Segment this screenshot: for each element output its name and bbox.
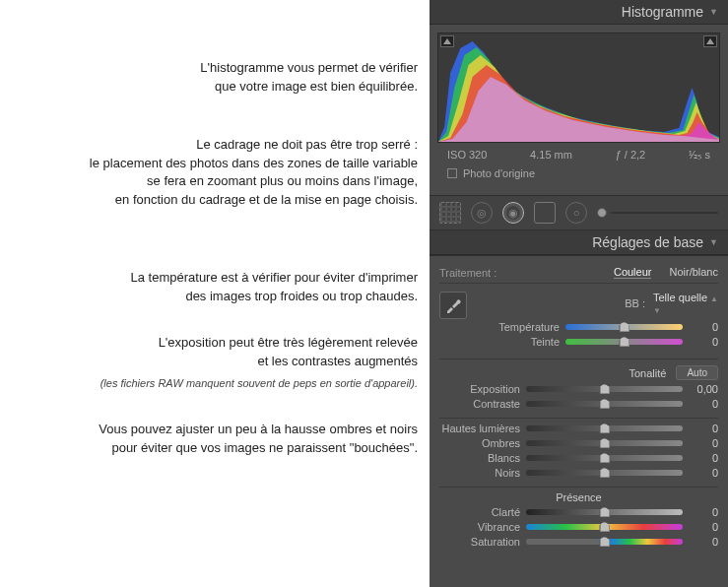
treatment-bw[interactable]: Noir/blanc [669, 266, 718, 279]
original-photo-row[interactable]: Photo d'origine [437, 163, 720, 187]
wb-label: BB : [625, 297, 645, 309]
treatment-color[interactable]: Couleur [614, 266, 652, 279]
histogram-display[interactable] [437, 33, 720, 143]
whites-slider[interactable]: Blancs 0 [439, 452, 718, 464]
lightroom-panel: Histogramme ▼ ISO 320 4.15 mm ƒ / 2,2 ¹⁄… [430, 0, 728, 587]
checkbox-icon[interactable] [447, 168, 457, 178]
highlights-slider[interactable]: Hautes lumières 0 [439, 423, 718, 434]
note-shadows: Vous pouvez ajuster un peu à la hausse o… [12, 421, 418, 458]
contrast-slider[interactable]: Contraste 0 [439, 398, 718, 410]
note-crop: Le cadrage ne doit pas être trop serré :… [12, 136, 418, 210]
vibrance-slider[interactable]: Vibrance 0 [439, 521, 718, 533]
eyedropper-icon [444, 296, 462, 314]
auto-tone-button[interactable]: Auto [676, 365, 718, 380]
temperature-slider[interactable]: Température 0 [479, 321, 718, 333]
treatment-row: Traitement : Couleur Noir/blanc [439, 262, 718, 284]
original-photo-label: Photo d'origine [463, 167, 535, 179]
shadows-slider[interactable]: Ombres 0 [439, 437, 718, 449]
exposure-slider[interactable]: Exposition 0,00 [439, 383, 718, 395]
tool-strip: ◎ ◉ ○ [430, 195, 728, 230]
blacks-slider[interactable]: Noirs 0 [439, 467, 718, 479]
note-exposure-em: (les fichiers RAW manquent souvent de pe… [12, 374, 418, 393]
whitebalance-eyedropper[interactable] [439, 292, 467, 319]
basic-title: Réglages de base [592, 234, 703, 250]
note-exposure: L'exposition peut être très légèrement r… [12, 334, 418, 371]
presence-title: Présence [439, 491, 718, 503]
basic-header[interactable]: Réglages de base ▼ [430, 230, 728, 255]
shadow-clipping-indicator[interactable] [440, 35, 454, 47]
exif-iso: ISO 320 [447, 149, 487, 162]
graduated-filter-tool[interactable] [534, 202, 556, 224]
brush-size-slider[interactable] [597, 206, 718, 220]
highlight-clipping-indicator[interactable] [703, 35, 717, 47]
exif-aperture: ƒ / 2,2 [616, 149, 646, 162]
treatment-label: Traitement : [439, 267, 496, 279]
tint-slider[interactable]: Teinte 0 [479, 336, 718, 348]
crop-tool[interactable] [439, 202, 461, 224]
exif-shutter: ¹⁄₂₅ s [689, 149, 710, 162]
note-histogram: L'histogramme vous permet de vérifierque… [12, 59, 418, 97]
histogram-title: Histogramme [622, 4, 703, 20]
radial-filter-tool[interactable]: ○ [565, 202, 587, 224]
note-temperature: La température est à vérifier pour évite… [12, 269, 418, 306]
histogram-area: ISO 320 4.15 mm ƒ / 2,2 ¹⁄₂₅ s Photo d'o… [430, 25, 728, 195]
tone-title: Tonalité [439, 367, 666, 379]
histogram-svg [438, 33, 719, 142]
saturation-slider[interactable]: Saturation 0 [439, 536, 718, 548]
clarity-slider[interactable]: Clarté 0 [439, 506, 718, 518]
wb-preset-dropdown[interactable]: Telle quelle ▲▼ [653, 292, 718, 315]
exif-row: ISO 320 4.15 mm ƒ / 2,2 ¹⁄₂₅ s [437, 143, 720, 163]
collapse-icon: ▼ [709, 7, 718, 17]
histogram-header[interactable]: Histogramme ▼ [430, 0, 728, 25]
spot-removal-tool[interactable]: ◎ [471, 202, 493, 224]
exif-focal: 4.15 mm [530, 149, 572, 162]
collapse-icon: ▼ [709, 237, 718, 247]
annotations-column: L'histogramme vous permet de vérifierque… [0, 0, 430, 587]
basic-section: Traitement : Couleur Noir/blanc BB : Tel… [430, 255, 728, 560]
redeye-tool[interactable]: ◉ [502, 202, 524, 224]
